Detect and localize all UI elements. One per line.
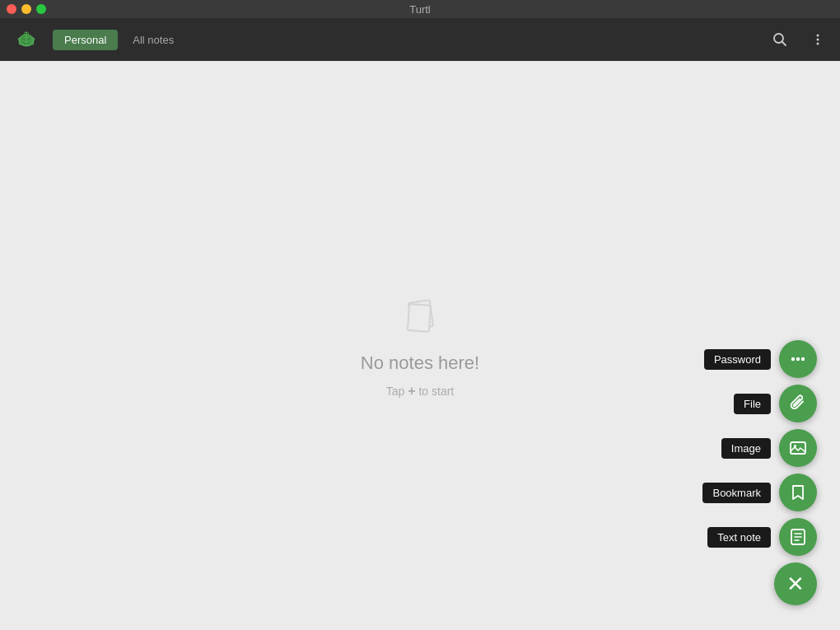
svg-line-10 [782, 42, 786, 46]
fab-label-file: File [734, 394, 771, 414]
window-title: Turtl [409, 3, 431, 16]
search-icon [772, 32, 787, 47]
fab-label-bookmark: Bookmark [702, 483, 771, 503]
fab-bookmark-button[interactable] [779, 474, 817, 511]
more-icon [810, 32, 825, 47]
fab-label-image: Image [721, 438, 771, 459]
minimize-button[interactable] [21, 4, 31, 14]
svg-point-8 [27, 33, 29, 35]
navbar: Personal All notes [0, 18, 840, 61]
fab-image-button[interactable] [779, 429, 817, 467]
svg-point-16 [791, 357, 795, 361]
close-icon: ✕ [786, 572, 805, 597]
close-button[interactable] [7, 4, 16, 14]
svg-point-7 [25, 33, 26, 35]
empty-notes-icon [395, 293, 445, 343]
fab-row-image: Image [721, 429, 817, 467]
svg-point-13 [817, 43, 819, 45]
svg-point-17 [796, 357, 800, 361]
dots-icon [789, 350, 807, 368]
nav-actions [768, 27, 830, 52]
fab-row-text-note: Text note [707, 518, 817, 556]
paperclip-icon [789, 394, 807, 413]
empty-subtitle: Tap + to start [386, 384, 455, 399]
more-menu-button[interactable] [805, 27, 830, 52]
fab-menu: Password File Image [702, 340, 817, 605]
fab-file-button[interactable] [779, 385, 817, 422]
fab-label-password: Password [704, 349, 771, 370]
title-bar: Turtl [0, 0, 840, 18]
empty-title: No notes here! [361, 352, 479, 374]
fab-row-bookmark: Bookmark [702, 474, 817, 511]
svg-point-12 [817, 39, 819, 41]
svg-point-11 [817, 35, 819, 37]
traffic-lights [7, 4, 46, 14]
app-logo [10, 23, 43, 56]
fab-password-button[interactable] [779, 340, 817, 378]
personal-tab[interactable]: Personal [53, 30, 118, 50]
fab-row-password: Password [704, 340, 817, 378]
image-icon [789, 439, 807, 457]
fab-main-row: ✕ [774, 562, 817, 605]
fab-text-note-button[interactable] [779, 518, 817, 556]
fab-label-text-note: Text note [707, 527, 771, 548]
bookmark-icon [789, 483, 807, 502]
svg-rect-15 [408, 304, 431, 332]
logo-icon [12, 25, 41, 54]
maximize-button[interactable] [36, 4, 46, 14]
svg-rect-19 [791, 442, 805, 454]
svg-point-18 [801, 357, 805, 361]
fab-close-button[interactable]: ✕ [774, 562, 817, 605]
text-note-icon [789, 528, 807, 546]
all-notes-tab[interactable]: All notes [128, 30, 179, 50]
search-button[interactable] [768, 27, 792, 52]
empty-state: No notes here! Tap + to start [361, 293, 479, 399]
main-content: No notes here! Tap + to start Password F… [0, 61, 840, 630]
fab-row-file: File [734, 385, 817, 422]
